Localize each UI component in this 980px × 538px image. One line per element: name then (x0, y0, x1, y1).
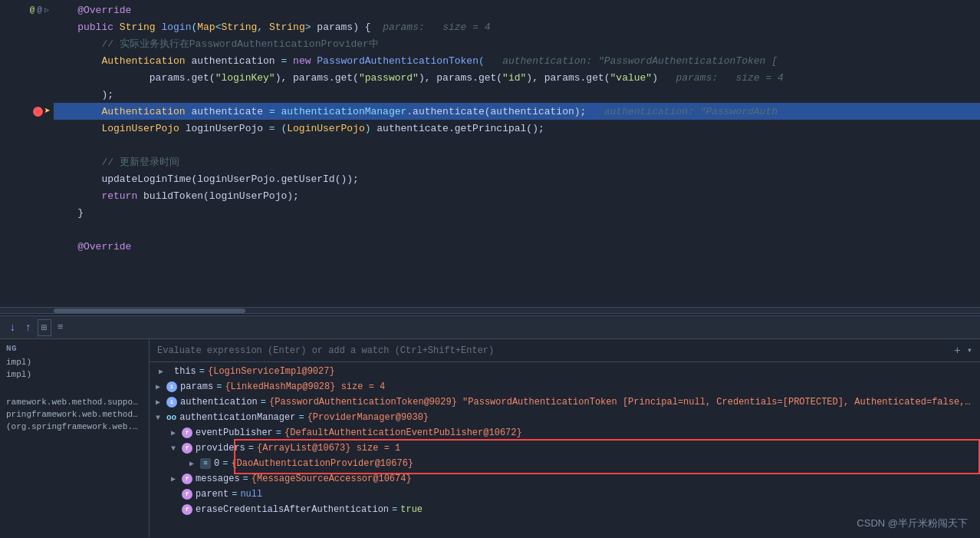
gutter-row-14 (0, 221, 54, 238)
debug-frame-3[interactable]: ramework.web.method.support) (0, 396, 149, 408)
debug-panel: NG impl) impl) ramework.web.method.suppo… (0, 339, 980, 537)
var-row-authmanager[interactable]: ▼ oo authenticationManager = {ProviderMa… (150, 410, 980, 425)
debug-right-panel: Evaluate expression (Enter) or add a wat… (150, 339, 980, 537)
eval-icons: + ▾ (954, 345, 972, 357)
gutter-row-15 (0, 238, 54, 255)
code-comment-1: // 实际业务执行在PasswordAuthenticationProvider… (54, 37, 379, 51)
gutter: @ @ ▷ ➤ (0, 0, 54, 307)
var-row-params[interactable]: ▶ i params = {LinkedHashMap@9028} size =… (150, 379, 980, 394)
debug-frame-2[interactable]: impl) (0, 368, 149, 381)
gutter-row-12 (0, 187, 54, 204)
code-line-1: @Override (54, 2, 980, 18)
var-val-providers: {ArrayList@10673} size = 1 (257, 443, 400, 454)
gutter-row-13 (0, 204, 54, 221)
var-row-provider-0[interactable]: ▶ ≡ 0 = {DaoAuthenticationProvider@10676… (150, 456, 980, 471)
debug-step-over-icon[interactable]: ↑ (21, 320, 34, 335)
gutter-row-6 (0, 86, 54, 103)
code-line-15: @Override (54, 238, 980, 255)
code-line-6: ); (54, 86, 980, 103)
eval-dropdown-icon[interactable]: ▾ (967, 345, 972, 357)
var-name-providers: providers (196, 443, 245, 454)
var-val-this: {LoginServiceImpl@9027} (208, 366, 335, 377)
current-line-arrow: ➤ (44, 106, 51, 117)
code-line-12: return buildToken(loginUserPojo); (54, 187, 980, 204)
code-lines: @Override public String login(Map<String… (54, 0, 980, 307)
var-row-parent[interactable]: f parent = null (150, 487, 980, 502)
code-line-5: params.get("loginKey"), params.get("pass… (54, 69, 980, 86)
code-scrollbar[interactable] (0, 307, 980, 313)
debug-grid-icon[interactable]: ⊞ (38, 319, 51, 336)
var-row-providers[interactable]: ▼ f providers = {ArrayList@10673} size =… (150, 441, 980, 456)
gutter-row-1: @ @ ▷ (0, 2, 54, 18)
gutter-row-11 (0, 170, 54, 187)
var-val-messages: {MessageSourceAccessor@10674} (252, 474, 412, 484)
var-val-authentication: {PasswordAuthenticationToken@9029} "Pass… (269, 397, 974, 408)
debug-frame-blank (0, 381, 149, 396)
ide-window: @ @ ▷ ➤ (0, 0, 980, 538)
eval-add-icon[interactable]: + (954, 345, 960, 357)
debug-step-into-icon[interactable]: ↓ (6, 320, 18, 335)
code-line-13: } (54, 204, 980, 221)
debug-left-header: NG (0, 341, 149, 356)
gutter-row-4 (0, 52, 54, 69)
code-line-3: // 实际业务执行在PasswordAuthenticationProvider… (54, 35, 980, 52)
var-name-parent: parent (196, 489, 229, 500)
code-line-2: public String login(Map<String, String> … (54, 18, 980, 35)
code-map-type: Map (197, 21, 215, 33)
debug-list-icon[interactable]: ≡ (54, 320, 67, 335)
var-val-authmanager: {ProviderManager@9030} (307, 412, 429, 423)
code-line-7-highlighted: Authentication authenticate = authentica… (54, 103, 980, 120)
code-public: public (54, 21, 120, 33)
code-line-9 (54, 137, 980, 153)
gutter-row-2 (0, 18, 54, 35)
var-val-provider-0: {DaoAuthenticationProvider@10676} (231, 458, 413, 469)
editor-area: @ @ ▷ ➤ (0, 0, 980, 307)
code-fn-login: login (161, 21, 191, 33)
gutter-row-10 (0, 153, 54, 170)
override-icon: @ (30, 5, 35, 15)
code-line-14 (54, 221, 980, 238)
eval-bar: Evaluate expression (Enter) or add a wat… (150, 339, 980, 362)
code-scrollbar-thumb[interactable] (54, 309, 245, 313)
gutter-row-8 (0, 120, 54, 137)
var-name-eventpublisher: eventPublisher (196, 427, 273, 438)
code-string-type: String (120, 21, 162, 33)
var-name-messages: messages (196, 474, 240, 484)
collapse-icon: ▷ (44, 5, 49, 15)
code-paren: ( (191, 21, 197, 33)
eval-placeholder[interactable]: Evaluate expression (Enter) or add a wat… (157, 345, 954, 356)
var-row-eventpublisher[interactable]: ▶ f eventPublisher = {DefaultAuthenticat… (150, 425, 980, 441)
debug-frame-1[interactable]: impl) (0, 356, 149, 368)
gutter-row-5 (0, 69, 54, 86)
var-name-authmanager: authenticationManager (179, 412, 295, 423)
code-line-8: LoginUserPojo loginUserPojo = (LoginUser… (54, 120, 980, 137)
var-row-this[interactable]: ▶ this = {LoginServiceImpl@9027} (150, 364, 980, 379)
var-name-erase: eraseCredentialsAfterAuthentication (196, 504, 389, 515)
var-val-eventpublisher: {DefaultAuthenticationEventPublisher@106… (284, 427, 522, 438)
var-val-parent: null (240, 489, 262, 500)
gutter-row-3 (0, 35, 54, 52)
var-name-authentication: authentication (180, 397, 258, 408)
debug-toolbar: ↓ ↑ ⊞ ≡ (0, 316, 980, 339)
var-name-this: this (174, 366, 196, 377)
var-val-params: {LinkedHashMap@9028} size = 4 (225, 381, 385, 392)
gutter-row-7: ➤ (0, 103, 54, 120)
var-val-erase: true (400, 504, 423, 515)
var-row-authentication[interactable]: ▶ i authentication = {PasswordAuthentica… (150, 394, 980, 410)
at-icon: @ (37, 5, 42, 15)
var-name-params: params (180, 381, 213, 392)
variables-list: ▶ this = {LoginServiceImpl@9027} ▶ i par… (150, 362, 980, 537)
gutter-row-9 (0, 137, 54, 153)
var-row-messages[interactable]: ▶ f messages = {MessageSourceAccessor@10… (150, 471, 980, 487)
code-annotation-override: @Override (54, 5, 131, 16)
code-line-4: Authentication authentication = new Pass… (54, 52, 980, 69)
debug-frame-5[interactable]: (org.springframework.web.servle (0, 421, 149, 433)
code-hint-1: params: size = 4 (383, 21, 490, 33)
var-row-erase[interactable]: f eraseCredentialsAfterAuthentication = … (150, 502, 980, 517)
watermark: CSDN @半斤米粉闯天下 (857, 517, 968, 530)
debug-frame-4[interactable]: pringframework.web.method.sup (0, 408, 149, 421)
breakpoint-dot[interactable] (33, 107, 43, 117)
var-name-provider-0: 0 (214, 458, 219, 469)
code-line-10: // 更新登录时间 (54, 153, 980, 170)
debug-left-panel: NG impl) impl) ramework.web.method.suppo… (0, 339, 150, 537)
